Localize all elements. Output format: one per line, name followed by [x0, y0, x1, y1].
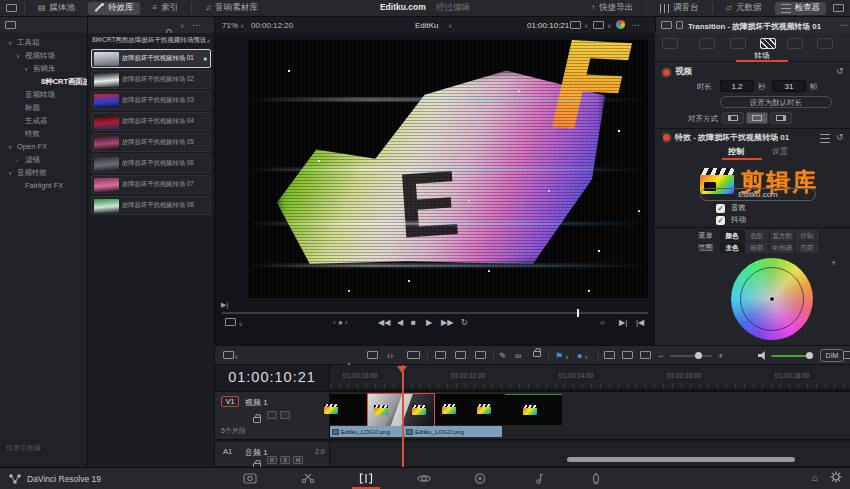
selection-tool[interactable] — [345, 351, 353, 363]
tab-image-icon[interactable] — [787, 38, 803, 49]
clip-name-bar[interactable]: Editku_LOGO.png — [330, 426, 402, 437]
preset-item[interactable]: 故障损坏干扰视频转场 08 — [91, 196, 211, 215]
dim-button[interactable]: DIM — [820, 349, 844, 362]
fx-reset-icon[interactable]: ↺ — [836, 133, 844, 142]
step-back-button[interactable]: ◀ — [397, 318, 403, 327]
timeline-select[interactable]: EditKu — [415, 21, 439, 30]
page-deliver[interactable] — [586, 471, 606, 485]
jog-control[interactable]: ‹ ● › — [333, 318, 348, 327]
viewer-more-options-icon[interactable]: ⋯ — [631, 20, 641, 30]
video-reset-icon[interactable]: ↺ — [836, 67, 844, 76]
sidebar-item[interactable]: 特效 — [0, 127, 87, 140]
chevron-icon[interactable]: ∨ — [16, 52, 22, 59]
clip-lock-icon[interactable] — [676, 21, 683, 29]
page-fusion[interactable] — [414, 471, 434, 485]
track-enable-icon[interactable] — [280, 411, 290, 419]
video-track-lane[interactable]: Editku_LOGO.png Editku_LOGO.png — [330, 391, 850, 440]
chevron-icon[interactable]: ∨ — [24, 65, 30, 72]
selected-transition[interactable] — [367, 393, 435, 427]
chevron-down-icon[interactable]: ∨ — [584, 22, 588, 29]
collapse-panel-icon[interactable] — [5, 21, 16, 29]
zoom-full-extent-button[interactable] — [604, 350, 615, 362]
play-button[interactable]: ▶ — [426, 318, 432, 327]
set-default-duration-button[interactable]: 设置为默认时长 — [720, 96, 832, 108]
favorites-only-label[interactable]: 仅显示收藏 — [6, 443, 41, 453]
viewer-scrub-bar[interactable] — [222, 312, 648, 314]
menu-option-直方图[interactable]: 直方图 — [770, 230, 795, 241]
page-edit[interactable] — [356, 471, 376, 485]
timeline-view-options-icon[interactable]: ∨ — [223, 350, 238, 363]
metadata-button[interactable]: ▱ 元数据 — [720, 2, 768, 15]
wipe-mode-icon[interactable] — [570, 21, 581, 29]
wheel-add-icon[interactable]: + — [831, 258, 836, 268]
align-end-button[interactable] — [770, 112, 792, 124]
preset-item[interactable]: 故障损坏干扰视频转场 05 — [91, 133, 211, 152]
sidebar-item[interactable]: Fairlight FX — [0, 179, 87, 192]
zoom-custom-button[interactable] — [640, 350, 651, 362]
tab-effects-icon[interactable] — [730, 38, 746, 49]
solo-button[interactable]: S — [280, 456, 290, 464]
stop-button[interactable]: ■ — [411, 318, 416, 327]
window-mode-icon[interactable] — [6, 4, 17, 12]
chevron-icon[interactable]: ∨ — [8, 39, 14, 46]
playhead-marker[interactable] — [397, 366, 407, 373]
loop-button[interactable]: ↻ — [461, 318, 468, 327]
panel-layout-icon[interactable] — [833, 4, 844, 12]
menu-option-颜色[interactable]: 颜色 — [720, 230, 745, 241]
volume-knob[interactable] — [806, 352, 813, 359]
range-option-暗部[interactable]: 暗部 — [745, 242, 770, 253]
index-button[interactable]: ≡ 索引 — [147, 2, 185, 15]
chevron-down-icon[interactable]: ∨ — [240, 22, 244, 29]
timeline-horizontal-scrollbar[interactable] — [567, 457, 795, 462]
preset-item[interactable]: 故障损坏干扰视频转场 02 — [91, 70, 211, 89]
fx-tab-settings[interactable]: 设置 — [772, 146, 788, 157]
mixer-button[interactable]: 调音台 — [654, 2, 705, 15]
chevron-down-icon[interactable]: ∨ — [180, 22, 184, 29]
media-pool-button[interactable]: ▤ 媒体池 — [32, 2, 81, 15]
mute-button[interactable]: M — [293, 456, 303, 464]
preset-group-header[interactable]: 8种CRT画面故障损坏干扰视频转场预设 ∧ — [88, 33, 214, 47]
more-options-icon[interactable]: ⋯ — [192, 20, 202, 30]
inspector-button[interactable]: 检查器 — [775, 2, 827, 15]
curve-tool[interactable]: ✎ — [499, 350, 507, 362]
audio-monitor-icon[interactable] — [758, 351, 767, 363]
page-fairlight[interactable] — [528, 471, 548, 485]
chevron-icon[interactable]: ∨ — [8, 169, 14, 176]
preset-item[interactable]: 故障损坏干扰视频转场 01★ — [91, 49, 211, 68]
sidebar-item[interactable]: ∨视频转场 — [0, 49, 87, 62]
menu-option-控制[interactable]: 控制 — [795, 230, 820, 241]
tab-transition-icon[interactable] — [760, 38, 776, 49]
page-cut[interactable] — [298, 471, 318, 485]
page-media[interactable] — [240, 471, 260, 485]
viewer-mode-icon[interactable]: ∨ — [225, 318, 243, 328]
tab-video-icon[interactable] — [662, 38, 678, 49]
align-center-button[interactable] — [746, 112, 768, 124]
sidebar-item[interactable]: ›滤镜 — [0, 153, 87, 166]
chevron-down-icon[interactable]: ∨ — [448, 22, 452, 29]
link-clips-button[interactable]: ∞ — [515, 350, 521, 362]
flag-button[interactable]: ⚑ ∨ — [555, 350, 569, 363]
audio-track-header[interactable]: A1 音频 1 2.0 R S M — [215, 442, 330, 466]
sound-fx-checkbox[interactable]: ✓ 音效 — [716, 203, 746, 213]
marker-button[interactable]: ● ∨ — [577, 350, 589, 363]
color-wheel[interactable] — [731, 258, 813, 340]
split-screen-icon[interactable] — [593, 21, 604, 29]
replace-clip-button[interactable] — [475, 350, 486, 362]
shake-checkbox[interactable]: ✓ 抖动 — [716, 215, 746, 225]
record-arm-button[interactable]: R — [267, 456, 277, 464]
sidebar-item[interactable]: ∨工具箱 — [0, 36, 87, 49]
effects-library-button[interactable]: 特效库 — [88, 2, 140, 15]
page-color[interactable] — [470, 471, 490, 485]
quick-export-button[interactable]: ↑ 快捷导出 — [585, 2, 639, 15]
zoom-detail-button[interactable] — [622, 350, 633, 362]
timeline-zoom-slider[interactable] — [670, 355, 712, 357]
sidebar-item[interactable]: 标题 — [0, 101, 87, 114]
clip-name-bar[interactable]: Editku_LOGO.png — [404, 426, 502, 437]
volume-slider[interactable] — [771, 355, 811, 357]
sound-library-button[interactable]: ♫ 音响素材库 — [199, 2, 264, 15]
sidebar-item[interactable]: ∨Open FX — [0, 140, 87, 153]
trim-edit-tool[interactable] — [367, 350, 378, 362]
range-option-主色[interactable]: 主色 — [720, 242, 745, 253]
playhead[interactable] — [402, 365, 404, 467]
preset-item[interactable]: 故障损坏干扰视频转场 07 — [91, 175, 211, 194]
